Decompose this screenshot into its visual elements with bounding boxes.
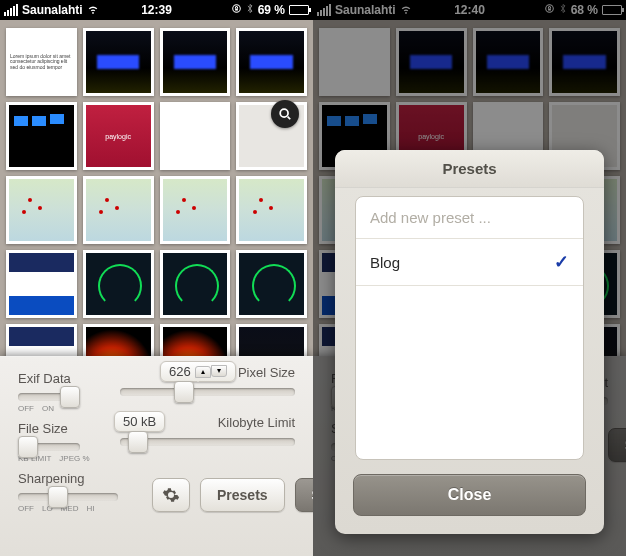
kb-limit-label: Kilobyte Limit <box>218 415 295 430</box>
photo-thumb[interactable] <box>160 250 231 318</box>
screenshot-right: Saunalahti 12:40 68 % paylogic <box>313 0 626 556</box>
pixel-size-slider[interactable] <box>120 383 295 401</box>
filesize-label: File Size <box>18 421 106 436</box>
zoom-button[interactable] <box>271 100 299 128</box>
photo-thumb[interactable] <box>236 250 307 318</box>
photo-thumb[interactable]: paylogic <box>83 102 154 170</box>
sharpening-label: Sharpening <box>18 471 138 486</box>
photo-thumb[interactable]: Lorem ipsum dolor sit amet consectetur a… <box>6 28 77 96</box>
gear-icon <box>162 486 180 504</box>
pixel-size-label: Pixel Size <box>238 365 295 380</box>
clock-label: 12:39 <box>0 3 313 17</box>
preset-list: Add new preset ... Blog ✓ <box>355 196 584 460</box>
preset-item-label: Blog <box>370 254 400 271</box>
battery-icon <box>289 5 309 15</box>
photo-thumb[interactable] <box>83 176 154 244</box>
photo-thumb[interactable] <box>6 176 77 244</box>
bluetooth-icon <box>246 3 254 17</box>
photo-thumb[interactable] <box>236 176 307 244</box>
photo-thumb[interactable] <box>83 250 154 318</box>
sharpening-slider[interactable] <box>18 488 118 506</box>
exif-label: Exif Data <box>18 371 106 386</box>
close-button[interactable]: Close <box>353 474 586 516</box>
pixel-size-step-down[interactable]: ▾ <box>211 365 227 377</box>
presets-sheet: Presets Add new preset ... Blog ✓ Close <box>335 150 604 534</box>
photo-thumb[interactable] <box>6 102 77 170</box>
pixel-size-step-up[interactable]: ▴ <box>195 366 211 378</box>
photo-thumb[interactable] <box>160 28 231 96</box>
settings-panel: Exif Data OFFON 626 ▴ ▾ Pixel Size <box>0 356 313 556</box>
kb-limit-slider[interactable] <box>120 433 295 451</box>
photo-thumb[interactable] <box>6 250 77 318</box>
settings-button[interactable] <box>152 478 190 512</box>
status-bar: Saunalahti 12:39 69 % <box>0 0 313 20</box>
photo-thumb[interactable] <box>236 28 307 96</box>
check-icon: ✓ <box>554 251 569 273</box>
start-button[interactable]: Start <box>295 478 313 512</box>
photo-thumb[interactable] <box>160 176 231 244</box>
kb-limit-value: 50 kB <box>123 414 156 429</box>
filesize-mode-toggle[interactable] <box>18 438 106 456</box>
screenshot-left: Saunalahti 12:39 69 % Lorem ipsum dolor … <box>0 0 313 556</box>
sheet-title: Presets <box>335 150 604 188</box>
preset-item[interactable]: Blog ✓ <box>356 239 583 286</box>
kb-limit-bubble: 50 kB <box>114 411 165 432</box>
pixel-size-value: 626 <box>169 364 191 379</box>
search-icon <box>278 107 292 121</box>
photo-thumb[interactable] <box>83 28 154 96</box>
add-preset-field[interactable]: Add new preset ... <box>356 197 583 239</box>
presets-button[interactable]: Presets <box>200 478 285 512</box>
svg-point-2 <box>280 109 288 117</box>
pixel-size-bubble: 626 ▴ ▾ <box>160 361 236 382</box>
photo-thumb[interactable] <box>160 102 231 170</box>
exif-toggle[interactable] <box>18 388 106 406</box>
